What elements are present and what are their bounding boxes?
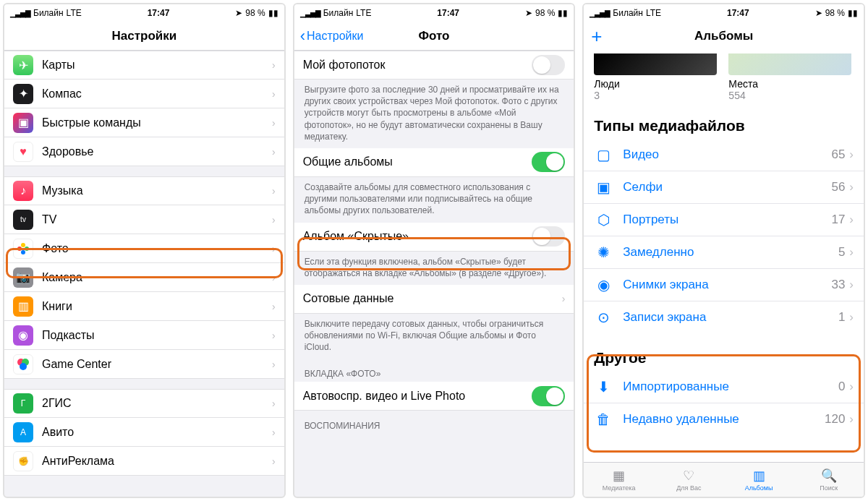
tab-search[interactable]: 🔍Поиск	[793, 463, 864, 497]
hidden-album-row[interactable]: Альбом «Скрытые»	[294, 223, 574, 252]
media-count: 65	[831, 147, 845, 162]
clock-label: 17:47	[727, 8, 749, 18]
2gis-icon: Г	[13, 393, 33, 414]
page-title: Фото	[419, 29, 450, 43]
media-label: Записи экрана	[623, 310, 706, 325]
shared-albums-row[interactable]: Общие альбомы	[294, 148, 574, 177]
media-type-slomo[interactable]: ✺Замедленно5›	[584, 236, 864, 269]
podcasts-icon: ◉	[13, 325, 33, 346]
media-type-screenrec[interactable]: ⊙Записи экрана1›	[584, 301, 864, 333]
settings-row-label: Камера	[42, 271, 82, 284]
camera-icon: 📷	[13, 267, 33, 288]
settings-list[interactable]: ✈Карты› ✦Компас› ▣Быстрые команды› ♥Здор…	[4, 51, 284, 497]
svg-point-0	[21, 243, 25, 247]
adblock-icon: ✊	[13, 451, 33, 471]
album-places[interactable]: Места 554	[728, 53, 851, 101]
tab-library[interactable]: ▦Медиатека	[584, 463, 654, 497]
avito-icon: A	[13, 422, 33, 442]
settings-row-label: TV	[42, 213, 56, 226]
tab-foryou[interactable]: ♡Для Вас	[654, 463, 724, 497]
selfie-icon: ▣	[594, 178, 613, 197]
gamecenter-icon	[13, 354, 33, 374]
chevron-right-icon: ›	[272, 272, 276, 283]
add-album-button[interactable]: +	[591, 25, 602, 48]
settings-row-camera[interactable]: 📷Камера›	[4, 263, 284, 292]
chevron-right-icon: ›	[272, 214, 276, 226]
albums-content[interactable]: Люди 3 Места 554 Типы медиафайлов ▢Видео…	[584, 51, 864, 462]
media-type-selfie[interactable]: ▣Селфи56›	[584, 171, 864, 204]
hidden-album-toggle[interactable]	[532, 226, 565, 247]
import-icon: ⬇	[594, 377, 613, 396]
nav-bar: Настройки	[4, 22, 284, 51]
chevron-right-icon: ›	[272, 398, 276, 409]
settings-screen: ▁▃▅▇БилайнLTE 17:47 ➤98 %▮▮ Настройки ✈К…	[3, 3, 286, 498]
compass-icon: ✦	[13, 84, 33, 104]
settings-row-photos[interactable]: Фото›	[4, 234, 284, 263]
video-icon: ▢	[594, 145, 613, 164]
album-count: 3	[594, 90, 717, 101]
media-count: 17	[831, 213, 845, 227]
autoplay-row[interactable]: Автовоспр. видео и Live Photo	[294, 382, 574, 411]
smart-albums-row: Люди 3 Места 554	[584, 51, 864, 107]
settings-row-tv[interactable]: tvTV›	[4, 205, 284, 234]
tab-albums[interactable]: ▥Альбомы	[724, 463, 794, 497]
settings-row-label: Музыка	[42, 184, 83, 197]
status-bar: ▁▃▅▇БилайнLTE 17:47 ➤98 %▮▮	[294, 4, 574, 22]
chevron-right-icon: ›	[849, 147, 854, 162]
maps-icon: ✈	[13, 55, 33, 75]
battery-icon: ▮▮	[558, 8, 568, 18]
photos-settings-list[interactable]: Мой фотопоток Выгрузите фото за последни…	[294, 51, 574, 497]
album-label: Места	[728, 78, 851, 90]
section-other: Другое	[584, 333, 864, 371]
other-recently-deleted[interactable]: 🗑Недавно удаленные120›	[584, 403, 864, 435]
settings-row-health[interactable]: ♥Здоровье›	[4, 137, 284, 166]
photostream-toggle[interactable]	[532, 55, 565, 75]
media-label: Недавно удаленные	[623, 412, 739, 427]
settings-row-gamecenter[interactable]: Game Center›	[4, 350, 284, 379]
nav-bar: ‹Настройки Фото	[294, 22, 574, 51]
settings-row-label: Карты	[42, 59, 75, 72]
settings-row-compass[interactable]: ✦Компас›	[4, 80, 284, 108]
settings-row-music[interactable]: ♪Музыка›	[4, 176, 284, 205]
shared-albums-toggle[interactable]	[532, 152, 565, 172]
photostream-row[interactable]: Мой фотопоток	[294, 51, 574, 80]
settings-row-label: 2ГИС	[42, 397, 72, 410]
settings-row-avito[interactable]: AАвито›	[4, 418, 284, 447]
status-bar: ▁▃▅▇БилайнLTE 17:47 ➤98 %▮▮	[4, 4, 284, 22]
album-people[interactable]: Люди 3	[594, 53, 717, 101]
setting-label: Автовоспр. видео и Live Photo	[303, 390, 466, 403]
setting-label: Альбом «Скрытые»	[303, 230, 409, 243]
cellular-data-row[interactable]: Сотовые данные›	[294, 285, 574, 314]
search-icon: 🔍	[821, 468, 837, 483]
album-thumb-image	[594, 53, 717, 75]
clock-label: 17:47	[148, 8, 170, 18]
tab-label: Альбомы	[745, 484, 773, 492]
section-media-types: Типы медиафайлов	[584, 107, 864, 139]
svg-point-3	[17, 247, 22, 251]
media-type-portrait[interactable]: ⬡Портреты17›	[584, 204, 864, 236]
settings-row-books[interactable]: ▥Книги›	[4, 292, 284, 321]
page-title: Альбомы	[694, 29, 753, 43]
settings-row-label: Здоровье	[42, 145, 93, 158]
settings-row-podcasts[interactable]: ◉Подкасты›	[4, 321, 284, 350]
foryou-icon: ♡	[683, 468, 694, 483]
settings-row-maps[interactable]: ✈Карты›	[4, 51, 284, 80]
svg-point-6	[20, 363, 27, 370]
network-label: LTE	[646, 8, 661, 18]
setting-label: Мой фотопоток	[303, 59, 386, 72]
settings-row-antireklama[interactable]: ✊АнтиРеклама›	[4, 447, 284, 476]
status-bar: ▁▃▅▇БилайнLTE 17:47 ➤98 %▮▮	[584, 4, 864, 22]
settings-row-2gis[interactable]: Г2ГИС›	[4, 389, 284, 418]
carrier-label: Билайн	[323, 8, 354, 18]
autoplay-toggle[interactable]	[532, 386, 565, 406]
chevron-right-icon: ›	[272, 146, 276, 158]
settings-row-label: Компас	[42, 87, 82, 100]
signal-icon: ▁▃▅▇	[10, 9, 30, 17]
shared-albums-description: Создавайте альбомы для совместного испол…	[294, 177, 574, 223]
settings-row-shortcuts[interactable]: ▣Быстрые команды›	[4, 108, 284, 137]
settings-row-label: Фото	[42, 242, 69, 255]
other-imported[interactable]: ⬇Импортированные0›	[584, 371, 864, 403]
back-button[interactable]: ‹Настройки	[300, 27, 364, 46]
media-type-screenshot[interactable]: ◉Снимки экрана33›	[584, 269, 864, 301]
media-type-video[interactable]: ▢Видео65›	[584, 139, 864, 171]
